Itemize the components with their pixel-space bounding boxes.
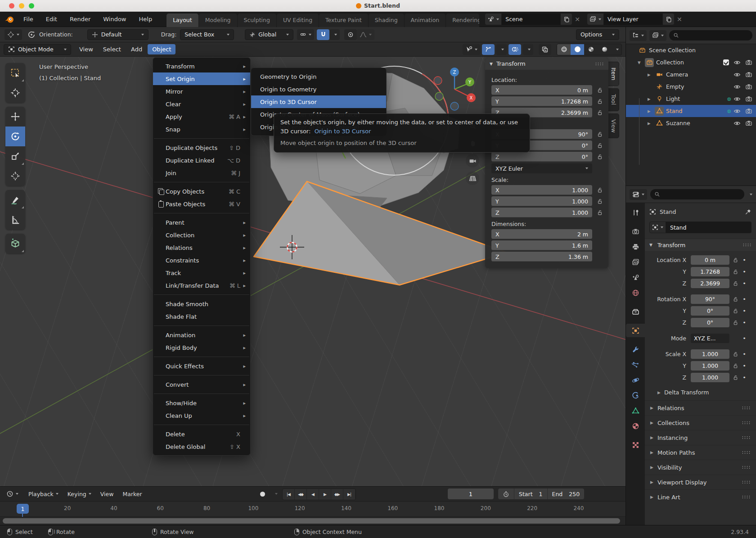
viewport-menu-item[interactable]: View [75, 44, 98, 54]
property-value-field[interactable]: 0° [691, 318, 729, 327]
menu-item[interactable]: Duplicate Linked ⌥ D [153, 154, 250, 167]
lock-icon[interactable] [729, 308, 741, 314]
outliner-row[interactable]: ▼ Collection ◍ [626, 56, 756, 68]
menu-item[interactable]: Clear ▸ [153, 98, 250, 110]
sidebar-tab[interactable]: Item [608, 62, 619, 86]
menu-item[interactable]: Apply ⌘ A ▸ [153, 110, 250, 123]
property-panel-header[interactable]: ▶Instancing [645, 430, 756, 445]
hide-in-viewport-eye-icon[interactable] [734, 71, 741, 78]
orientation-dropdown[interactable]: Default [87, 29, 148, 40]
animate-dot-icon[interactable]: • [741, 335, 747, 342]
property-value-field[interactable]: 1.000 [691, 349, 729, 359]
transport-button[interactable]: ◀◆ [295, 489, 307, 500]
menu-item[interactable]: Paste Objects ⌘ V [153, 198, 250, 210]
tab-world[interactable] [626, 286, 645, 299]
property-panel-header[interactable]: ▶Line Art [645, 489, 756, 504]
property-panel-header[interactable]: ▶Relations [645, 400, 756, 415]
animate-dot-icon[interactable]: • [741, 280, 747, 287]
lock-icon[interactable] [592, 87, 603, 93]
menu-item[interactable]: Convert ▸ [153, 378, 250, 391]
lock-icon[interactable] [592, 209, 603, 216]
proportional-falloff-icon[interactable] [357, 29, 374, 40]
disable-in-renders-camera-icon[interactable] [745, 119, 752, 127]
lock-icon[interactable] [592, 198, 603, 204]
menu-item[interactable]: Transform ▸ [153, 60, 250, 72]
timeline-scrollbar[interactable] [3, 518, 620, 524]
menu-item[interactable]: Parent ▸ [153, 216, 250, 229]
topbar-menu-item[interactable]: Render [63, 16, 97, 23]
menu-item[interactable]: Track ▸ [153, 267, 250, 279]
outliner-row[interactable]: ▶ Stand ◍ [626, 105, 756, 117]
active-tool-icon[interactable] [4, 29, 22, 40]
value-field[interactable]: X1.000 [491, 185, 592, 195]
expander-icon[interactable]: ▶ [648, 72, 655, 77]
transport-button[interactable]: ▶ [319, 489, 331, 500]
tab-object-data[interactable] [626, 404, 645, 417]
xray-toggle-icon[interactable] [539, 44, 551, 55]
menu-item[interactable]: Set Origin ▸ [153, 72, 250, 85]
lock-icon[interactable] [592, 98, 603, 104]
measure-tool-button[interactable] [5, 210, 25, 230]
animate-dot-icon[interactable]: • [741, 374, 747, 381]
value-field[interactable]: Z0° [491, 152, 592, 162]
hide-in-viewport-eye-icon[interactable] [734, 107, 741, 115]
disable-in-renders-camera-icon[interactable] [745, 71, 752, 78]
new-scene-button[interactable] [560, 14, 572, 25]
menu-item[interactable]: Link/Transfer Data ⌘ L ▸ [153, 279, 250, 292]
lock-icon[interactable] [729, 363, 741, 369]
cursor-tool-button[interactable] [5, 83, 25, 103]
transform-orientation-dropdown[interactable]: Global [245, 29, 293, 40]
properties-search-input[interactable] [650, 189, 744, 199]
workspace-tab[interactable]: Animation [405, 14, 446, 27]
animate-dot-icon[interactable]: • [741, 296, 747, 303]
properties-options-chevron-icon[interactable] [750, 194, 752, 195]
panel-grip[interactable] [742, 480, 751, 484]
blender-logo-icon[interactable] [4, 14, 14, 24]
property-value-field[interactable]: 0° [691, 306, 729, 316]
tab-physics[interactable] [626, 373, 645, 387]
hide-in-viewport-eye-icon[interactable] [734, 95, 741, 103]
property-value-field[interactable]: 0 m [691, 255, 729, 265]
collection-checkbox[interactable] [723, 59, 729, 65]
select-box-tool-button[interactable] [5, 63, 25, 83]
workspace-tab[interactable]: Sculpting [238, 14, 276, 27]
transport-button[interactable]: ◆▶ [331, 489, 343, 500]
menu-item[interactable]: Constraints ▸ [153, 254, 250, 267]
object-name-field[interactable]: Stand [666, 222, 752, 233]
timeline-ruler[interactable]: 20406080100120140160180200220240 1 [0, 502, 626, 517]
property-value-field[interactable]: 1.000 [691, 361, 729, 371]
tab-tool[interactable] [626, 206, 645, 219]
annotate-tool-button[interactable] [5, 190, 25, 210]
animate-dot-icon[interactable]: • [741, 307, 747, 314]
menu-item[interactable]: Snap ▸ [153, 123, 250, 136]
transport-button[interactable]: |◀ [283, 489, 295, 500]
disable-in-renders-camera-icon[interactable] [745, 95, 752, 103]
menu-item[interactable]: Clean Up ▸ [153, 409, 250, 422]
lock-icon[interactable] [729, 351, 741, 357]
menu-item[interactable]: Quick Effects ▸ [153, 360, 250, 372]
property-panel-header[interactable]: ▶Motion Paths [645, 445, 756, 460]
outliner-row[interactable]: ▶ Light ◍ [626, 93, 756, 105]
menu-item[interactable]: Delete X [153, 428, 250, 440]
animate-dot-icon[interactable]: • [741, 362, 747, 369]
view-layer-icon[interactable] [587, 14, 604, 25]
tab-particles[interactable] [626, 358, 645, 371]
value-field[interactable]: Y1.7268 m [491, 96, 592, 106]
workspace-tab[interactable]: Modeling [199, 14, 237, 27]
menu-item[interactable]: Collection ▸ [153, 229, 250, 241]
rotation-mode-dropdown[interactable]: XYZ Euler [491, 163, 592, 173]
filter-icon[interactable] [649, 30, 666, 41]
transform-panel-header[interactable]: ▼Transform [645, 239, 756, 251]
submenu-item[interactable]: Geometry to Origin [251, 70, 386, 83]
value-field[interactable]: Y1.000 [491, 196, 592, 206]
transform-panel-header[interactable]: ▼Transform [485, 58, 608, 70]
camera-view-icon[interactable] [466, 154, 479, 167]
workspace-tab[interactable]: Rendering [446, 14, 479, 27]
value-field[interactable]: X0 m [491, 85, 592, 95]
end-frame-field[interactable]: End250 [547, 488, 585, 499]
property-value-field[interactable]: 90° [691, 294, 729, 304]
use-preview-range-stopwatch-icon[interactable] [498, 488, 514, 499]
perspective-toggle-grid-icon[interactable] [466, 172, 479, 185]
timeline-menu-item[interactable]: View [96, 491, 118, 497]
disable-in-renders-camera-icon[interactable] [745, 107, 752, 115]
